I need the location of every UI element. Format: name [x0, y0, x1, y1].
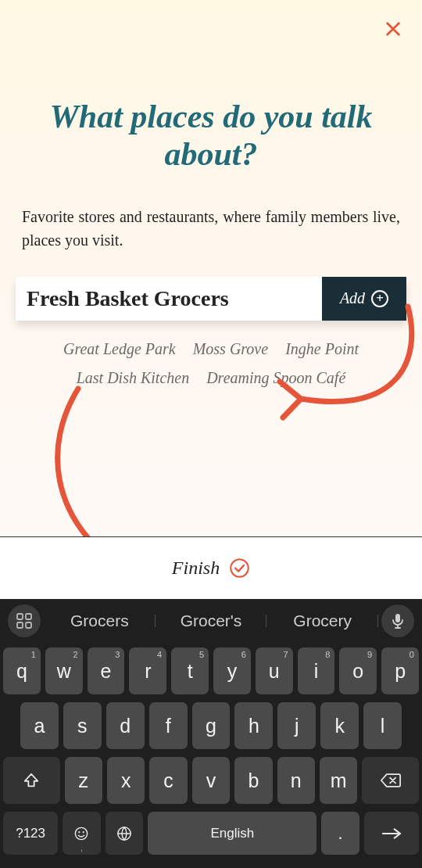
close-button[interactable] — [381, 17, 405, 41]
key-m[interactable]: m — [320, 757, 357, 804]
key-i[interactable]: i8 — [298, 647, 335, 694]
close-icon — [384, 20, 402, 38]
key-c[interactable]: c — [149, 757, 187, 804]
backspace-key[interactable] — [362, 757, 419, 804]
key-k[interactable]: k — [320, 702, 359, 749]
key-a[interactable]: a — [20, 702, 59, 749]
suggestion-item[interactable]: Inghe Point — [285, 340, 359, 358]
page-subheading: Favorite stores and restaurants, where f… — [16, 205, 406, 252]
keyboard-suggestion-bar: Grocers Grocer's Grocery — [0, 599, 422, 643]
key-l[interactable]: l — [363, 702, 402, 749]
language-key[interactable] — [106, 812, 144, 855]
mic-icon — [391, 613, 405, 629]
keyboard-row-4: ?123 , English . — [3, 812, 419, 855]
key-z[interactable]: z — [65, 757, 102, 804]
place-input-row: Add + — [16, 277, 406, 321]
page-heading: What places do you talk about? — [16, 98, 406, 174]
key-q[interactable]: q1 — [3, 647, 41, 694]
emoji-key[interactable]: , — [63, 812, 101, 855]
key-p[interactable]: p0 — [381, 647, 419, 694]
keyboard-suggestion[interactable]: Grocers — [44, 612, 156, 630]
svg-rect-5 — [395, 614, 400, 622]
backspace-icon — [381, 773, 401, 788]
suggestion-item[interactable]: Last Dish Kitchen — [77, 369, 189, 387]
key-t[interactable]: t5 — [171, 647, 209, 694]
svg-rect-2 — [26, 614, 31, 619]
finish-label: Finish — [172, 558, 220, 579]
key-r[interactable]: r4 — [129, 647, 166, 694]
key-f[interactable]: f — [149, 702, 188, 749]
key-g[interactable]: g — [192, 702, 231, 749]
shift-key[interactable] — [3, 757, 60, 804]
key-v[interactable]: v — [192, 757, 230, 804]
tutorial-arrows — [0, 0, 422, 536]
svg-point-6 — [76, 827, 88, 839]
finish-button[interactable]: Finish — [0, 536, 422, 599]
space-key[interactable]: English — [148, 812, 316, 855]
svg-rect-4 — [26, 622, 31, 628]
plus-circle-icon: + — [371, 290, 388, 307]
key-n[interactable]: n — [277, 757, 315, 804]
key-d[interactable]: d — [106, 702, 145, 749]
keyboard-suggestion[interactable]: Grocer's — [156, 612, 267, 630]
enter-key[interactable] — [364, 812, 419, 855]
key-y[interactable]: y6 — [213, 647, 251, 694]
keyboard-row-3: zxcvbnm — [3, 757, 419, 804]
suggestion-item[interactable]: Great Ledge Park — [63, 340, 176, 358]
svg-rect-1 — [17, 614, 23, 619]
suggestion-item[interactable]: Moss Grove — [193, 340, 268, 358]
symbols-key[interactable]: ?123 — [3, 812, 58, 855]
key-h[interactable]: h — [234, 702, 273, 749]
keyboard-row-2: asdfghjkl — [3, 702, 419, 749]
globe-icon — [116, 826, 132, 841]
key-b[interactable]: b — [234, 757, 272, 804]
svg-rect-3 — [17, 622, 23, 628]
svg-point-8 — [83, 831, 84, 833]
key-e[interactable]: e3 — [88, 647, 125, 694]
add-button-label: Add — [340, 289, 365, 307]
keyboard-mic-button[interactable] — [381, 604, 414, 637]
period-key[interactable]: . — [321, 812, 359, 855]
key-w[interactable]: w2 — [45, 647, 83, 694]
key-s[interactable]: s — [63, 702, 102, 749]
shift-icon — [23, 772, 40, 789]
svg-point-7 — [79, 831, 80, 833]
keyboard-row-1: q1w2e3r4t5y6u7i8o9p0 — [3, 647, 419, 694]
add-button[interactable]: Add + — [322, 277, 406, 321]
svg-point-0 — [231, 559, 249, 577]
keyboard-apps-button[interactable] — [8, 604, 41, 637]
soft-keyboard: Grocers Grocer's Grocery q1w2e3r4t5y6u7i… — [0, 599, 422, 868]
suggestion-item[interactable]: Dreaming Spoon Café — [206, 369, 345, 387]
key-j[interactable]: j — [277, 702, 316, 749]
key-x[interactable]: x — [107, 757, 145, 804]
check-circle-icon — [229, 558, 250, 579]
grid-icon — [16, 613, 32, 629]
suggestions-list: Great Ledge Park Moss Grove Inghe Point … — [16, 340, 406, 387]
key-u[interactable]: u7 — [256, 647, 293, 694]
keyboard-suggestion[interactable]: Grocery — [266, 612, 378, 630]
place-input[interactable] — [16, 277, 322, 321]
arrow-right-icon — [381, 827, 402, 840]
emoji-icon — [74, 827, 88, 841]
key-o[interactable]: o9 — [339, 647, 377, 694]
